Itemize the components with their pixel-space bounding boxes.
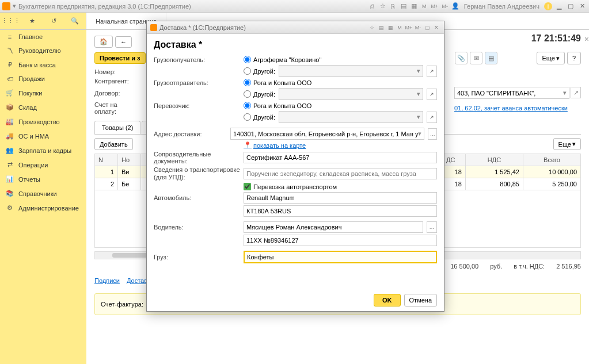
perevozchik-radio-roga[interactable]: Рога и Копыта ООО xyxy=(244,102,311,109)
zachet-link[interactable]: 01, 62.02, зачет аванса автоматически xyxy=(454,105,581,112)
gruzootprav-radio-roga[interactable]: Рога и Копыта ООО xyxy=(244,79,311,86)
cancel-button[interactable]: Отмена xyxy=(404,294,437,306)
star-icon[interactable]: ★ xyxy=(28,17,37,26)
modal-m-icon[interactable]: M xyxy=(396,24,404,32)
gruzopoluch-other-field[interactable]: ▾ xyxy=(279,65,423,77)
gruz-input[interactable] xyxy=(244,251,437,263)
gruz-label: Груз: xyxy=(154,254,240,260)
apps-icon[interactable]: ⋮⋮⋮ xyxy=(6,17,16,26)
sidebar-item-admin[interactable]: ⚙Администрирование xyxy=(0,201,86,215)
voditel-doc-input[interactable] xyxy=(244,235,437,246)
gruzopoluch-radio-other[interactable]: Другой: xyxy=(244,67,275,75)
auto-num-input[interactable] xyxy=(244,205,437,217)
gruzootprav-open-icon[interactable]: ↗ xyxy=(427,89,437,100)
add-button[interactable]: Добавить xyxy=(94,138,133,150)
modal-fav-icon[interactable]: ☆ xyxy=(368,24,376,32)
user-icon: 👤 xyxy=(451,2,459,10)
doc-close-icon[interactable]: × xyxy=(584,35,589,44)
sidebar-item-salary[interactable]: 👥Зарплата и кадры xyxy=(0,143,86,158)
auto-checkbox[interactable]: Перевозка автотранспортом xyxy=(244,183,337,190)
print-icon[interactable]: ⎙ xyxy=(368,2,377,10)
perevozchik-label: Перевозчик: xyxy=(154,102,240,109)
sved-input[interactable] xyxy=(244,168,437,179)
close-icon[interactable]: ✕ xyxy=(577,2,587,10)
sidebar-item-sales[interactable]: 🏷Продажи xyxy=(0,72,86,86)
minimize-icon[interactable]: ▁ xyxy=(554,2,564,10)
modal-mp-icon[interactable]: M+ xyxy=(405,24,413,32)
modal-calc-icon[interactable]: ▤ xyxy=(377,24,385,32)
adres-field[interactable]: 140301, Московская обл, Егорьевский р-н,… xyxy=(230,128,424,140)
home-button[interactable]: 🏠 xyxy=(94,36,113,48)
voditel-input[interactable] xyxy=(244,221,423,233)
m-icon[interactable]: M xyxy=(420,2,428,10)
perevozchik-radio-other[interactable]: Другой: xyxy=(244,113,275,121)
modal-max-icon[interactable]: ▢ xyxy=(423,24,431,32)
current-user[interactable]: Герман Павел Андреевич xyxy=(462,3,542,10)
gruzootprav-radio-other[interactable]: Другой: xyxy=(244,90,275,98)
modal-cal-icon[interactable]: ▦ xyxy=(386,24,394,32)
adres-edit-icon[interactable]: … xyxy=(428,128,437,140)
chart-icon: 〽 xyxy=(6,47,14,54)
sidebar-item-manager[interactable]: 〽Руководителю xyxy=(0,44,86,58)
ok-button[interactable]: OK xyxy=(374,294,401,306)
mail-button[interactable]: ✉ xyxy=(470,52,482,64)
sidebar-item-main[interactable]: ≡Главное xyxy=(0,30,86,44)
list-button[interactable]: ▤ xyxy=(485,52,497,64)
auto-input[interactable] xyxy=(244,192,437,204)
modal-logo-icon xyxy=(150,24,157,31)
m-plus-icon[interactable]: M+ xyxy=(431,2,439,10)
soprov-input[interactable] xyxy=(244,152,437,163)
link-icon[interactable]: ⎘ xyxy=(389,2,397,10)
info-icon[interactable]: i xyxy=(544,2,552,10)
dropdown-icon[interactable]: ▾ xyxy=(13,2,16,10)
m-minus-icon[interactable]: M- xyxy=(441,2,449,10)
search-icon[interactable]: 🔍 xyxy=(70,17,79,26)
help-button[interactable]: ? xyxy=(567,52,581,64)
gruzopoluch-open-icon[interactable]: ↗ xyxy=(427,66,437,77)
map-link[interactable]: 📍показать на карте xyxy=(244,141,306,149)
maximize-icon[interactable]: ▢ xyxy=(566,2,575,10)
col-ds[interactable]: ДС xyxy=(443,154,466,166)
nomer-label: Номер: xyxy=(94,68,139,75)
more-button[interactable]: Еще▾ xyxy=(537,52,564,64)
sidebar-item-bank[interactable]: ₽Банк и касса xyxy=(0,58,86,72)
podpisi-link[interactable]: Подписи xyxy=(94,277,120,284)
calc-icon[interactable]: ▤ xyxy=(400,2,408,10)
tab-tovary[interactable]: Товары (2) xyxy=(94,121,140,134)
fav-icon[interactable]: ☆ xyxy=(379,2,387,10)
bank-field[interactable]: 403, ПАО "СПИРИТБАНК",▾ xyxy=(454,87,569,99)
modal-close-icon[interactable]: ✕ xyxy=(432,24,440,32)
sidebar-item-reports[interactable]: 📊Отчеты xyxy=(0,172,86,186)
table-more-button[interactable]: Еще▾ xyxy=(553,138,581,150)
gruzopoluch-radio-agroferma[interactable]: Агроферма "Коровино" xyxy=(244,56,321,63)
col-nom[interactable]: Но xyxy=(118,154,141,166)
attach-button[interactable]: 📎 xyxy=(455,52,468,64)
perevozchik-open-icon[interactable]: ↗ xyxy=(427,112,437,123)
sidebar-item-assets[interactable]: 🚚ОС и НМА xyxy=(0,129,86,143)
factory-icon: 🏭 xyxy=(6,118,14,125)
calendar-icon[interactable]: ▦ xyxy=(410,2,418,10)
perevozchik-other-field[interactable]: ▾ xyxy=(279,111,423,123)
modal-mm-icon[interactable]: M- xyxy=(414,24,422,32)
sidebar-item-warehouse[interactable]: 📦Склад xyxy=(0,100,86,114)
col-nds[interactable]: НДС xyxy=(466,154,523,166)
people-icon: 👥 xyxy=(6,147,14,154)
sidebar-item-production[interactable]: 🏭Производство xyxy=(0,114,86,129)
sidebar-item-purchase[interactable]: 🛒Покупки xyxy=(0,86,86,100)
sidebar-item-ops[interactable]: ⇄Операции xyxy=(0,158,86,172)
back-button[interactable]: ← xyxy=(115,36,132,48)
col-n[interactable]: N xyxy=(95,154,118,166)
provesti-button[interactable]: Провести и з xyxy=(94,52,146,64)
gruzootprav-other-field[interactable]: ▾ xyxy=(279,88,423,100)
kontragent-label: Контрагент: xyxy=(94,78,139,85)
gear-icon: ⚙ xyxy=(6,204,14,212)
gruzopoluch-label: Грузополучатель: xyxy=(154,56,240,63)
col-vsego[interactable]: Всего xyxy=(523,154,581,166)
voditel-label: Водитель: xyxy=(154,224,240,231)
history-icon[interactable]: ↺ xyxy=(49,17,58,26)
sidebar-item-refs[interactable]: 📚Справочники xyxy=(0,186,86,201)
tag-icon: 🏷 xyxy=(6,75,14,82)
voditel-edit-icon[interactable]: … xyxy=(427,221,437,233)
gruzootprav-label: Грузоотправитель: xyxy=(154,79,240,86)
bank-open-icon[interactable]: ↗ xyxy=(571,87,581,98)
